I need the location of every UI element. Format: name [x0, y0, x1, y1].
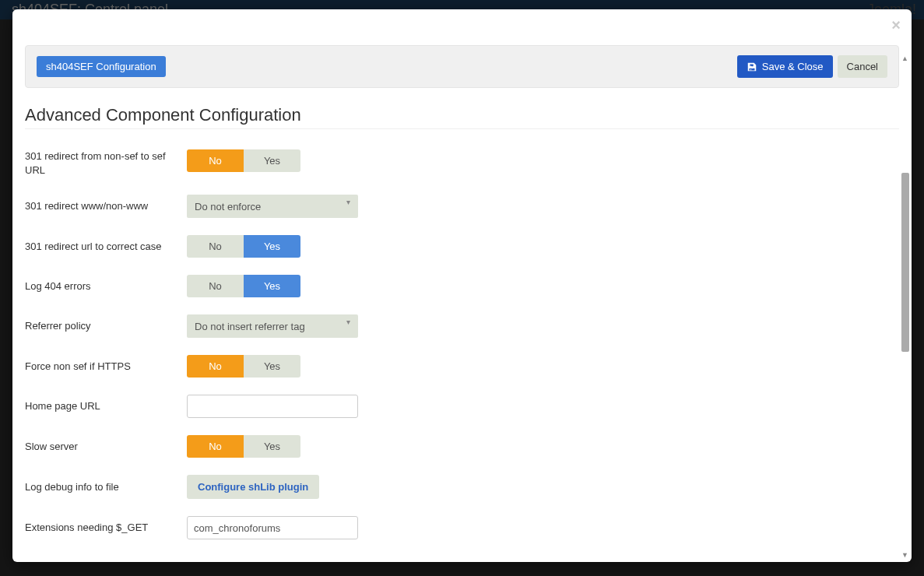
- toggle-yes[interactable]: Yes: [244, 235, 300, 258]
- row-redirect-www: 301 redirect www/non-www Do not enforce: [25, 195, 899, 218]
- close-icon[interactable]: ×: [891, 17, 901, 33]
- config-title-button[interactable]: sh404SEF Configuration: [37, 56, 166, 77]
- label-homepage-url: Home page URL: [25, 399, 187, 413]
- input-extensions-get[interactable]: [187, 516, 358, 539]
- toolbar: sh404SEF Configuration Save & Close Canc…: [25, 45, 899, 88]
- label-redirect-case: 301 redirect url to correct case: [25, 240, 187, 254]
- select-redirect-www[interactable]: Do not enforce: [187, 195, 358, 218]
- config-modal: × ▲ ▼ sh404SEF Configuration Save & Clos…: [12, 9, 912, 562]
- save-close-label: Save & Close: [762, 61, 824, 72]
- save-icon: [747, 61, 757, 72]
- modal-body: sh404SEF Configuration Save & Close Canc…: [12, 33, 912, 562]
- configure-shlib-button[interactable]: Configure shLib plugin: [187, 475, 319, 499]
- toggle-log404: No Yes: [187, 275, 300, 297]
- toggle-no[interactable]: No: [187, 235, 244, 258]
- label-slow-server: Slow server: [25, 440, 187, 454]
- label-referrer: Referrer policy: [25, 319, 187, 333]
- toggle-yes[interactable]: Yes: [244, 355, 300, 378]
- section-divider: [25, 128, 899, 129]
- label-redirect-www: 301 redirect www/non-www: [25, 199, 187, 213]
- label-extensions-get: Extensions needing $_GET: [25, 521, 187, 535]
- select-value: Do not insert referrer tag: [195, 321, 305, 332]
- toggle-yes[interactable]: Yes: [244, 435, 300, 458]
- row-redirect-nonsef: 301 redirect from non-sef to sef URL No …: [25, 149, 899, 177]
- row-redirect-case: 301 redirect url to correct case No Yes: [25, 235, 899, 258]
- toggle-no[interactable]: No: [187, 149, 244, 172]
- toggle-no[interactable]: No: [187, 435, 244, 458]
- label-redirect-nonsef: 301 redirect from non-sef to sef URL: [25, 149, 187, 177]
- toggle-yes[interactable]: Yes: [244, 275, 300, 297]
- label-force-nonsef-https: Force non sef if HTTPS: [25, 360, 187, 374]
- toggle-redirect-case: No Yes: [187, 235, 300, 258]
- scroll-down-icon[interactable]: ▼: [901, 551, 908, 559]
- label-log-debug: Log debug info to file: [25, 480, 187, 494]
- scroll-up-icon[interactable]: ▲: [901, 54, 908, 62]
- toggle-no[interactable]: No: [187, 355, 244, 378]
- cancel-button[interactable]: Cancel: [838, 55, 887, 78]
- row-homepage-url: Home page URL: [25, 395, 899, 418]
- toggle-redirect-nonsef: No Yes: [187, 149, 300, 172]
- select-value: Do not enforce: [195, 201, 261, 212]
- label-log404: Log 404 errors: [25, 279, 187, 293]
- toggle-yes[interactable]: Yes: [244, 149, 300, 172]
- toggle-no[interactable]: No: [187, 275, 244, 297]
- row-extensions-get: Extensions needing $_GET: [25, 516, 899, 539]
- toggle-force-nonsef-https: No Yes: [187, 355, 300, 378]
- row-log404: Log 404 errors No Yes: [25, 275, 899, 297]
- row-log-debug: Log debug info to file Configure shLib p…: [25, 475, 899, 499]
- toolbar-actions: Save & Close Cancel: [737, 55, 887, 78]
- scrollbar-thumb[interactable]: [901, 173, 909, 352]
- section-title: Advanced Component Configuration: [25, 105, 899, 125]
- save-close-button[interactable]: Save & Close: [737, 55, 833, 78]
- row-referrer: Referrer policy Do not insert referrer t…: [25, 314, 899, 338]
- toggle-slow-server: No Yes: [187, 435, 300, 458]
- row-slow-server: Slow server No Yes: [25, 435, 899, 458]
- row-force-nonsef-https: Force non sef if HTTPS No Yes: [25, 355, 899, 378]
- input-homepage-url[interactable]: [187, 395, 358, 418]
- select-referrer[interactable]: Do not insert referrer tag: [187, 314, 358, 338]
